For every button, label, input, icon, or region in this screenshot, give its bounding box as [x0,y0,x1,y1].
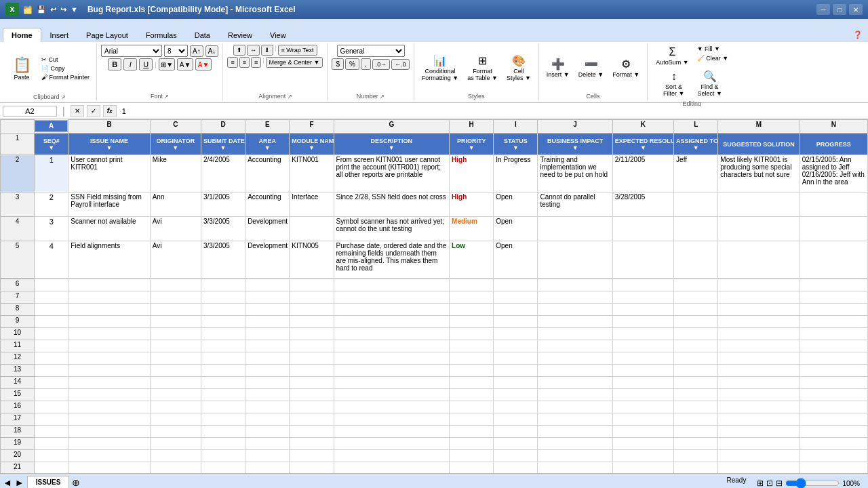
cell-k4[interactable] [612,217,673,241]
empty-cell[interactable] [35,426,68,438]
col-header-a[interactable]: A [35,120,68,132]
tab-insert[interactable]: Insert [41,28,78,42]
empty-cell[interactable] [800,316,867,328]
empty-cell[interactable] [201,291,245,304]
empty-cell[interactable] [35,352,68,365]
cell-j3[interactable]: Cannot do parallel testing [538,192,612,217]
empty-cell[interactable] [201,328,245,340]
format-as-table-btn[interactable]: ⊞ Formatas Table ▼ [464,54,501,83]
cell-a4[interactable]: 3 [35,217,68,241]
empty-cell[interactable] [150,438,201,450]
empty-cell[interactable] [201,377,245,389]
empty-cell[interactable] [612,462,673,474]
empty-cell[interactable] [718,401,800,413]
empty-cell[interactable] [612,450,673,462]
clear-btn[interactable]: 🧹 Clear ▼ [694,54,731,62]
header-module-name[interactable]: MODULE NAME▼ [290,134,334,155]
cell-h5[interactable]: Low [450,241,494,279]
cell-k5[interactable] [612,241,673,279]
close-btn[interactable]: ✕ [849,4,863,15]
empty-cell[interactable] [245,340,290,352]
empty-cell[interactable] [538,316,612,328]
cell-m5[interactable] [718,241,800,279]
cell-l4[interactable] [674,217,718,241]
col-header-l[interactable]: L [674,120,718,134]
empty-cell[interactable] [612,316,673,328]
empty-cell[interactable] [201,352,245,365]
empty-cell[interactable] [68,365,150,377]
empty-cell[interactable] [800,389,867,401]
empty-cell[interactable] [612,365,673,377]
empty-cell[interactable] [718,279,800,291]
col-header-h[interactable]: H [450,120,494,134]
empty-cell[interactable] [201,279,245,291]
percent-btn[interactable]: % [345,58,359,70]
header-seq[interactable]: SEQ#▼ [35,134,68,155]
empty-cell[interactable] [290,304,334,316]
empty-cell[interactable] [245,438,290,450]
row-header-18[interactable]: 18 [1,426,35,438]
number-format-select[interactable]: General [337,45,405,57]
empty-cell[interactable] [68,304,150,316]
empty-cell[interactable] [718,389,800,401]
header-status[interactable]: STATUS▼ [494,134,538,155]
empty-cell[interactable] [612,438,673,450]
empty-cell[interactable] [201,304,245,316]
empty-cell[interactable] [68,462,150,474]
empty-cell[interactable] [674,413,718,426]
empty-cell[interactable] [494,340,538,352]
minimize-btn[interactable]: ─ [816,4,830,15]
empty-cell[interactable] [450,389,494,401]
header-submit-date[interactable]: SUBMIT DATE▼ [201,134,245,155]
row-header-2[interactable]: 2 [1,155,35,192]
empty-cell[interactable] [718,413,800,426]
empty-cell[interactable] [150,279,201,291]
cell-i2[interactable]: In Progress [494,155,538,192]
empty-cell[interactable] [674,438,718,450]
empty-cell[interactable] [150,304,201,316]
empty-cell[interactable] [245,365,290,377]
empty-cell[interactable] [494,291,538,304]
empty-cell[interactable] [334,304,450,316]
increase-decimal-btn[interactable]: .0→ [372,59,391,70]
col-header-f[interactable]: F [290,120,334,134]
cell-f4[interactable] [290,217,334,241]
empty-cell[interactable] [334,316,450,328]
empty-cell[interactable] [674,389,718,401]
empty-cell[interactable] [334,328,450,340]
empty-cell[interactable] [538,291,612,304]
tab-view[interactable]: View [261,28,295,42]
empty-cell[interactable] [718,316,800,328]
empty-cell[interactable] [150,401,201,413]
insert-function-btn[interactable]: fx [103,105,117,117]
empty-cell[interactable] [800,462,867,474]
empty-cell[interactable] [334,377,450,389]
fill-btn[interactable]: ▼ Fill ▼ [694,45,731,53]
sheet-nav-prev[interactable]: ◄ [3,477,12,488]
empty-cell[interactable] [800,328,867,340]
autosum-btn[interactable]: Σ AutoSum ▼ [652,45,692,68]
wrap-text-btn[interactable]: ≡ Wrap Text [278,45,317,56]
header-area[interactable]: AREA▼ [245,134,290,155]
empty-cell[interactable] [494,365,538,377]
empty-cell[interactable] [494,316,538,328]
comma-btn[interactable]: , [361,58,371,70]
empty-cell[interactable] [494,389,538,401]
cell-m3[interactable] [718,192,800,217]
cell-j2[interactable]: Training and implementation we need to b… [538,155,612,192]
empty-cell[interactable] [450,304,494,316]
empty-cell[interactable] [245,389,290,401]
cell-d3[interactable]: 3/1/2005 [201,192,245,217]
empty-cell[interactable] [494,328,538,340]
empty-cell[interactable] [290,450,334,462]
empty-cell[interactable] [35,389,68,401]
sort-filter-btn[interactable]: ↕ Sort &Filter ▼ [657,69,691,99]
empty-cell[interactable] [450,279,494,291]
row-header-17[interactable]: 17 [1,413,35,426]
empty-cell[interactable] [538,462,612,474]
empty-cell[interactable] [612,413,673,426]
empty-cell[interactable] [245,413,290,426]
empty-cell[interactable] [538,328,612,340]
empty-cell[interactable] [612,389,673,401]
empty-cell[interactable] [718,450,800,462]
